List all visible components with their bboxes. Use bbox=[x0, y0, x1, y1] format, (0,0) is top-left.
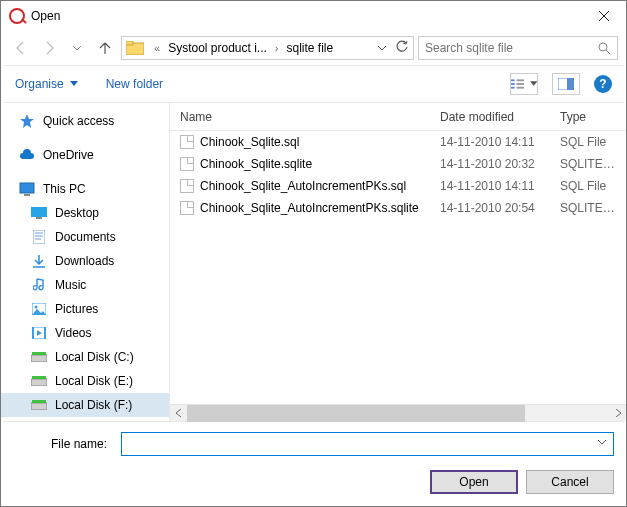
toolbar: Organise New folder ? bbox=[1, 66, 626, 102]
recent-dropdown[interactable] bbox=[65, 36, 89, 60]
svg-rect-5 bbox=[511, 87, 515, 89]
navigation-pane: Quick access OneDrive This PC Desktop Do… bbox=[1, 103, 169, 421]
svg-point-2 bbox=[599, 43, 607, 51]
up-button[interactable] bbox=[93, 36, 117, 60]
horizontal-scrollbar[interactable] bbox=[170, 404, 626, 421]
file-name: Chinook_Sqlite_AutoIncrementPKs.sqlite bbox=[200, 201, 419, 215]
file-row[interactable]: Chinook_Sqlite.sqlite14-11-2010 20:32SQL… bbox=[170, 153, 626, 175]
file-type: SQL File bbox=[550, 179, 626, 193]
file-type: SQLITE File bbox=[550, 157, 626, 171]
sidebar-item-pictures[interactable]: Pictures bbox=[1, 297, 169, 321]
bottom-panel: File name: Open Cancel bbox=[1, 422, 626, 506]
disk-icon bbox=[31, 397, 47, 413]
svg-rect-10 bbox=[567, 78, 574, 90]
svg-rect-3 bbox=[511, 79, 515, 81]
music-icon bbox=[31, 277, 47, 293]
sidebar-item-music[interactable]: Music bbox=[1, 273, 169, 297]
svg-rect-22 bbox=[32, 352, 46, 355]
file-icon bbox=[180, 201, 194, 215]
sidebar-item-disk-f[interactable]: Local Disk (F:) bbox=[1, 393, 169, 417]
svg-rect-8 bbox=[517, 87, 524, 89]
file-list: Chinook_Sqlite.sql14-11-2010 14:11SQL Fi… bbox=[170, 131, 626, 404]
svg-rect-12 bbox=[24, 194, 30, 196]
column-headers: Name Date modified Type bbox=[170, 103, 626, 131]
view-options-button[interactable] bbox=[510, 73, 538, 95]
sidebar-item-documents[interactable]: Documents bbox=[1, 225, 169, 249]
file-row[interactable]: Chinook_Sqlite_AutoIncrementPKs.sqlite14… bbox=[170, 197, 626, 219]
scrollbar-thumb[interactable] bbox=[187, 405, 525, 422]
sidebar-item-disk-c[interactable]: Local Disk (C:) bbox=[1, 345, 169, 369]
chevron-right-icon: › bbox=[269, 42, 285, 54]
file-row[interactable]: Chinook_Sqlite.sql14-11-2010 14:11SQL Fi… bbox=[170, 131, 626, 153]
sidebar-item-this-pc[interactable]: This PC bbox=[1, 177, 169, 201]
sidebar-item-disk-e[interactable]: Local Disk (E:) bbox=[1, 369, 169, 393]
desktop-icon bbox=[31, 205, 47, 221]
sidebar-item-desktop[interactable]: Desktop bbox=[1, 201, 169, 225]
address-bar[interactable]: « Systool product i... › sqlite file bbox=[121, 36, 414, 60]
sidebar-item-quick-access[interactable]: Quick access bbox=[1, 109, 169, 133]
file-icon bbox=[180, 135, 194, 149]
column-date[interactable]: Date modified bbox=[430, 110, 550, 124]
preview-pane-button[interactable] bbox=[552, 73, 580, 95]
cloud-icon bbox=[19, 147, 35, 163]
breadcrumb-sep: « bbox=[148, 42, 166, 54]
svg-rect-20 bbox=[44, 327, 46, 339]
filename-input[interactable] bbox=[121, 432, 614, 456]
svg-rect-14 bbox=[36, 217, 42, 219]
svg-rect-26 bbox=[32, 400, 46, 403]
monitor-icon bbox=[19, 181, 35, 197]
cancel-button[interactable]: Cancel bbox=[526, 470, 614, 494]
breadcrumb-segment[interactable]: sqlite file bbox=[285, 41, 336, 55]
breadcrumb-segment[interactable]: Systool product i... bbox=[166, 41, 269, 55]
pictures-icon bbox=[31, 301, 47, 317]
refresh-icon[interactable] bbox=[395, 40, 409, 54]
disk-icon bbox=[31, 349, 47, 365]
search-icon bbox=[597, 41, 611, 55]
search-box[interactable] bbox=[418, 36, 618, 60]
file-row[interactable]: Chinook_Sqlite_AutoIncrementPKs.sql14-11… bbox=[170, 175, 626, 197]
sidebar-item-downloads[interactable]: Downloads bbox=[1, 249, 169, 273]
file-name: Chinook_Sqlite_AutoIncrementPKs.sql bbox=[200, 179, 406, 193]
search-input[interactable] bbox=[425, 41, 611, 55]
close-button[interactable] bbox=[581, 1, 626, 31]
open-button[interactable]: Open bbox=[430, 470, 518, 494]
star-icon bbox=[19, 113, 35, 129]
sidebar-item-onedrive[interactable]: OneDrive bbox=[1, 143, 169, 167]
file-icon bbox=[180, 179, 194, 193]
folder-icon bbox=[126, 41, 144, 55]
help-button[interactable]: ? bbox=[594, 75, 612, 93]
svg-rect-13 bbox=[31, 207, 47, 217]
scroll-left-icon[interactable] bbox=[170, 405, 187, 422]
chevron-down-icon[interactable] bbox=[597, 437, 607, 447]
disk-icon bbox=[31, 373, 47, 389]
svg-rect-19 bbox=[32, 327, 34, 339]
svg-rect-4 bbox=[511, 83, 515, 85]
svg-rect-11 bbox=[20, 183, 34, 193]
svg-rect-23 bbox=[31, 379, 47, 386]
svg-rect-24 bbox=[32, 376, 46, 379]
svg-rect-21 bbox=[31, 355, 47, 362]
file-name: Chinook_Sqlite.sql bbox=[200, 135, 299, 149]
column-type[interactable]: Type bbox=[550, 110, 626, 124]
download-icon bbox=[31, 253, 47, 269]
svg-rect-7 bbox=[517, 83, 524, 85]
document-icon bbox=[31, 229, 47, 245]
app-icon bbox=[9, 8, 25, 24]
file-name: Chinook_Sqlite.sqlite bbox=[200, 157, 312, 171]
column-name[interactable]: Name bbox=[170, 110, 430, 124]
chevron-down-icon bbox=[70, 80, 78, 88]
filename-label: File name: bbox=[13, 437, 113, 451]
forward-button[interactable] bbox=[37, 36, 61, 60]
svg-rect-6 bbox=[517, 79, 524, 81]
organise-button[interactable]: Organise bbox=[15, 77, 78, 91]
file-date: 14-11-2010 20:32 bbox=[430, 157, 550, 171]
back-button[interactable] bbox=[9, 36, 33, 60]
videos-icon bbox=[31, 325, 47, 341]
chevron-down-icon[interactable] bbox=[371, 43, 393, 53]
sidebar-item-videos[interactable]: Videos bbox=[1, 321, 169, 345]
scroll-right-icon[interactable] bbox=[609, 405, 626, 422]
svg-rect-1 bbox=[126, 41, 133, 45]
new-folder-button[interactable]: New folder bbox=[106, 77, 163, 91]
svg-rect-15 bbox=[33, 230, 45, 244]
svg-point-17 bbox=[35, 306, 38, 309]
